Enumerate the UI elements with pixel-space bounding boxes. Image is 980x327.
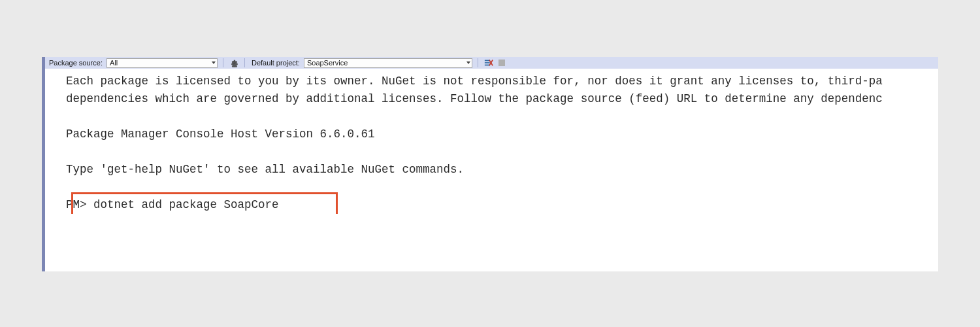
toolbar-separator bbox=[223, 58, 223, 67]
console-line: Package Manager Console Host Version 6.6… bbox=[66, 128, 375, 141]
clear-console-button[interactable] bbox=[483, 58, 494, 68]
default-project-dropdown[interactable]: SoapService bbox=[304, 58, 472, 68]
console-prompt: PM> bbox=[66, 198, 93, 211]
chevron-down-icon bbox=[212, 61, 216, 64]
console-line: Each package is licensed to you by its o… bbox=[66, 75, 883, 88]
stop-icon bbox=[498, 60, 505, 66]
toolbar-separator bbox=[478, 58, 478, 67]
package-source-label: Package source: bbox=[48, 59, 104, 67]
toolbar-separator bbox=[244, 58, 245, 67]
clear-icon bbox=[484, 58, 493, 67]
console-line: Type 'get-help NuGet' to see all availab… bbox=[66, 163, 464, 176]
console-command-input[interactable]: dotnet add package SoapCore bbox=[93, 198, 279, 211]
package-manager-console-panel: Package source: All Default project: Soa… bbox=[42, 57, 938, 271]
console-prompt-line: PM> dotnet add package SoapCore bbox=[66, 196, 279, 214]
gear-icon bbox=[229, 58, 238, 67]
console-line: dependencies which are governed by addit… bbox=[66, 92, 883, 105]
chevron-down-icon bbox=[466, 61, 470, 64]
package-source-dropdown[interactable]: All bbox=[106, 58, 218, 68]
svg-rect-1 bbox=[485, 62, 490, 63]
settings-button[interactable] bbox=[229, 58, 239, 68]
default-project-label: Default project: bbox=[250, 59, 301, 67]
package-source-value: All bbox=[110, 59, 118, 67]
default-project-value: SoapService bbox=[307, 59, 348, 67]
console-toolbar: Package source: All Default project: Soa… bbox=[45, 57, 938, 69]
stop-button[interactable] bbox=[497, 58, 507, 68]
console-output[interactable]: Each package is licensed to you by its o… bbox=[45, 69, 938, 214]
